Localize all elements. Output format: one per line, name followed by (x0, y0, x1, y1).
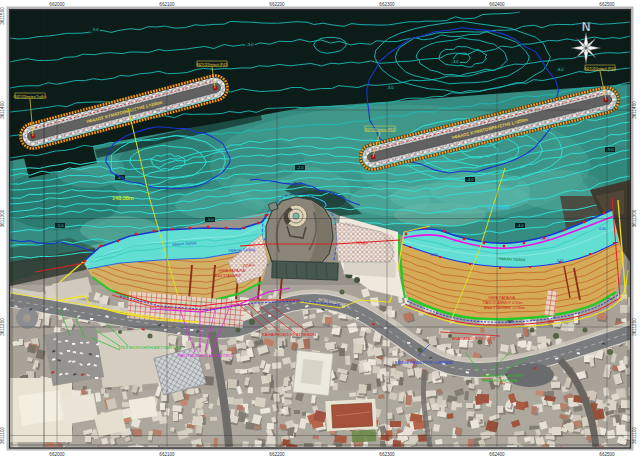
svg-text:N: N (582, 20, 591, 34)
svg-text:662500: 662500 (599, 2, 615, 7)
svg-text:-9.0: -9.0 (92, 27, 100, 32)
svg-text:+0.50: +0.50 (452, 239, 462, 243)
svg-text:662200: 662200 (269, 452, 285, 457)
svg-text:662300: 662300 (379, 452, 395, 457)
svg-text:-4.0: -4.0 (517, 223, 525, 228)
svg-text:3611200: 3611200 (0, 318, 5, 336)
svg-text:ΝΕΑ ΠΕΖΟΔΡΟΜΙΑ: ΝΕΑ ΠΕΖΟΔΡΟΜΙΑ (482, 378, 518, 383)
svg-text:3611100: 3611100 (0, 426, 5, 444)
svg-text:ΠΑΧΟΣ ΑΜΜΟΥ 0.50m: ΠΑΧΟΣ ΑΜΜΟΥ 0.50m (483, 301, 523, 305)
svg-text:662000: 662000 (49, 452, 65, 457)
svg-text:ΞΗΡΑ ΠΑΡΑΛΙΑ: ΞΗΡΑ ΠΑΡΑΛΙΑ (218, 269, 245, 273)
svg-text:662200: 662200 (269, 2, 285, 7)
svg-text:3611400: 3611400 (632, 101, 637, 119)
svg-text:-3.0: -3.0 (247, 42, 255, 47)
svg-text:3611300: 3611300 (0, 209, 5, 227)
svg-text:ΦΩΤΟΣ(meteo IP41): ΦΩΤΟΣ(meteo IP41) (365, 128, 396, 132)
svg-text:662000: 662000 (49, 2, 65, 7)
svg-text:3611300: 3611300 (632, 209, 637, 227)
svg-text:-3.0: -3.0 (387, 85, 395, 90)
svg-text:ΦΩΤΟΣ(Irritech IP41): ΦΩΤΟΣ(Irritech IP41) (196, 63, 228, 67)
svg-text:662100: 662100 (159, 2, 175, 7)
svg-text:662400: 662400 (489, 2, 505, 7)
svg-text:-5.0: -5.0 (57, 223, 65, 228)
svg-text:ΞΗΡΑ ΠΑΡΑΛΙΑ: ΞΗΡΑ ΠΑΡΑΛΙΑ (488, 296, 515, 300)
svg-text:-0.50: -0.50 (430, 253, 438, 257)
svg-text:662100: 662100 (159, 452, 175, 457)
svg-text:+0.50: +0.50 (540, 237, 550, 241)
svg-text:-2.0: -2.0 (297, 165, 305, 170)
svg-text:ΝΕΟ ΠΕΖΟΔΡΟΜΙΟ ΑΣΤΙΚΟ: ΝΕΟ ΠΕΖΟΔΡΟΜΙΟ ΑΣΤΙΚΟ (178, 353, 233, 358)
svg-text:662500: 662500 (599, 452, 615, 457)
svg-text:137.09m: 137.09m (488, 204, 510, 210)
svg-text:-4.0: -4.0 (467, 177, 475, 182)
svg-text:ΚΑΘΑΙΡΕΣΕΙΣ ΚΡΑΣΠΕΔΩΝ: ΚΑΘΑΙΡΕΣΕΙΣ ΚΡΑΣΠΕΔΩΝ (262, 332, 316, 337)
svg-text:3611200: 3611200 (632, 318, 637, 336)
svg-text:ΦΩΤΟΣ(meteo Traffic): ΦΩΤΟΣ(meteo Traffic) (14, 95, 47, 99)
svg-text:-0.50: -0.50 (556, 259, 564, 263)
svg-text:ΑΝΑΚΑΤΑΣΚΕΥΗ ΟΔΟΥ: ΑΝΑΚΑΤΑΣΚΕΥΗ ΟΔΟΥ (452, 336, 496, 341)
svg-text:3611400: 3611400 (0, 101, 5, 119)
svg-text:3611500: 3611500 (0, 7, 5, 25)
svg-text:ΥΦΑΛΗ ΤΑΙΝΙΑ: ΥΦΑΛΗ ΤΑΙΝΙΑ (228, 247, 256, 253)
svg-text:-0.50: -0.50 (598, 227, 606, 231)
svg-text:ΕΠΙΣΚΕΥΗ ΔΙΚΤΥΟΥ ΟΜΒΡΙΩΝ: ΕΠΙΣΚΕΥΗ ΔΙΚΤΥΟΥ ΟΜΒΡΙΩΝ (395, 360, 453, 365)
svg-text:ΦΩΤΟΣ(Irritech IP41): ΦΩΤΟΣ(Irritech IP41) (584, 67, 616, 71)
svg-text:-3.0: -3.0 (207, 217, 215, 222)
svg-text:-9.0: -9.0 (607, 147, 615, 152)
svg-text:-3.0: -3.0 (452, 59, 460, 64)
svg-text:662300: 662300 (379, 2, 395, 7)
svg-text:3611100: 3611100 (632, 426, 637, 444)
svg-text:148.38m: 148.38m (112, 195, 134, 201)
svg-text:ΥΠΟΓΕΙΟΠΟΙΗΣΗ ΔΙΚΤΥΩΝ ΟΚΩ: ΥΠΟΓΕΙΟΠΟΙΗΣΗ ΔΙΚΤΥΩΝ ΟΚΩ (118, 345, 182, 350)
svg-text:ΑΝΩ ΣΤΑΘΜΗΣ +2.00m: ΑΝΩ ΣΤΑΘΜΗΣ +2.00m (484, 306, 525, 310)
svg-text:-8.0: -8.0 (557, 67, 565, 72)
svg-text:662400: 662400 (489, 452, 505, 457)
svg-text:ΑΝΩ ΣΤΑΘΜΗΣ: ΑΝΩ ΣΤΑΘΜΗΣ (214, 274, 242, 278)
